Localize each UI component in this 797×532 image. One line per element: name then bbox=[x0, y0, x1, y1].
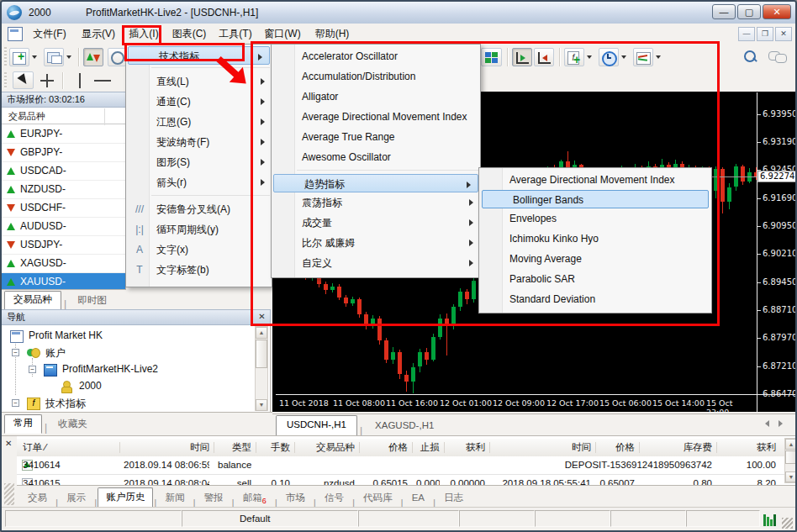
menubar-item-2[interactable]: 显示(V) bbox=[74, 26, 123, 42]
mdi-close-button[interactable]: ✕ bbox=[775, 27, 792, 41]
terminal-column-1[interactable]: 订单 ∕ bbox=[23, 441, 115, 454]
time-scale[interactable]: 11 Oct 201811 Oct 08:0011 Oct 16:0012 Oc… bbox=[276, 395, 757, 412]
tree-expander-icon[interactable]: − bbox=[12, 399, 19, 407]
navigator-tab-2[interactable]: 收藏夹 bbox=[50, 416, 96, 434]
navigator-item-2[interactable]: −账户 bbox=[2, 345, 251, 361]
terminal-column-4[interactable]: 手数 bbox=[260, 441, 290, 454]
mdi-minimize-button[interactable]: — bbox=[738, 27, 755, 41]
market-watch-column-header[interactable]: 交易品种 bbox=[2, 108, 126, 124]
market-watch-row-usdchf[interactable]: USDCHF- bbox=[2, 199, 125, 218]
data-window-button[interactable] bbox=[108, 48, 126, 66]
menubar-item-6[interactable]: 窗口(W) bbox=[257, 26, 308, 42]
terminal-scrollbar[interactable]: ▲ ▼ bbox=[784, 438, 797, 483]
up-arrow-icon bbox=[7, 167, 15, 175]
terminal-table-header[interactable]: 订单 ∕时间类型手数交易品种价格止损获利时间价格库存费获利 bbox=[17, 439, 787, 457]
table-row[interactable]: 34106142018.09.14 08:06:59balanceDEPOSIT… bbox=[17, 456, 787, 475]
panel-grip[interactable] bbox=[4, 483, 14, 505]
scroll-down-icon[interactable]: ▼ bbox=[785, 471, 797, 482]
window-minimize-button[interactable]: — bbox=[712, 4, 736, 19]
navigator-item-1[interactable]: Profit Market HK bbox=[2, 328, 251, 345]
new-chart-button[interactable]: + bbox=[9, 48, 29, 66]
terminal-column-11[interactable]: 库存费 bbox=[643, 441, 712, 454]
menubar-item-5[interactable]: 工具(T) bbox=[214, 26, 257, 42]
symbol-label: USDCAD- bbox=[20, 165, 66, 176]
tab-scroll-right-icon[interactable] bbox=[779, 420, 783, 427]
column-separator[interactable] bbox=[119, 442, 120, 453]
column-separator[interactable] bbox=[412, 442, 413, 453]
market-watch-row-eurjpy[interactable]: EURJPY- bbox=[2, 125, 125, 144]
status-profile[interactable]: Default bbox=[182, 510, 358, 527]
terminal-column-10[interactable]: 价格 bbox=[599, 441, 635, 454]
tree-expander-icon[interactable]: − bbox=[29, 366, 36, 373]
market-watch-row-usdcad[interactable]: USDCAD- bbox=[2, 162, 125, 181]
terminal-column-7[interactable]: 止损 bbox=[416, 441, 440, 454]
column-separator[interactable] bbox=[214, 442, 214, 453]
toolbar-grip[interactable] bbox=[4, 47, 7, 66]
terminal-column-2[interactable]: 时间 bbox=[124, 441, 209, 454]
navigator-scrollbar[interactable]: ▲ ▼ bbox=[255, 326, 268, 411]
terminal-column-9[interactable]: 时间 bbox=[494, 441, 591, 454]
tree-expander-icon[interactable]: − bbox=[12, 349, 19, 356]
time-label: 11 Oct 16:00 bbox=[386, 398, 438, 408]
column-separator[interactable] bbox=[489, 442, 490, 453]
scroll-up-icon[interactable]: ▲ bbox=[256, 327, 267, 339]
terminal-column-5[interactable]: 交易品种 bbox=[298, 441, 355, 454]
mdi-restore-button[interactable]: ❐ bbox=[757, 27, 773, 41]
menubar-item-4[interactable]: 图表(C) bbox=[165, 26, 214, 42]
cell-订单: 3410614 bbox=[23, 460, 115, 470]
navigator-item-5[interactable]: −f技术指标 bbox=[2, 395, 251, 412]
navigator-header[interactable]: 导航 bbox=[2, 309, 271, 325]
cursor-button[interactable] bbox=[13, 71, 34, 89]
scroll-down-icon[interactable]: ▼ bbox=[256, 399, 267, 411]
profiles-button[interactable] bbox=[44, 48, 64, 66]
market-watch-toggle-button[interactable] bbox=[83, 48, 103, 66]
column-separator[interactable] bbox=[444, 442, 445, 453]
server-icon bbox=[44, 364, 57, 377]
column-separator[interactable] bbox=[716, 442, 717, 453]
market-watch-row-gbpjpy[interactable]: GBPJPY- bbox=[2, 144, 125, 162]
column-separator[interactable] bbox=[359, 442, 360, 453]
new-chart-caret[interactable] bbox=[32, 55, 37, 59]
column-separator[interactable] bbox=[595, 442, 596, 453]
scroll-thumb[interactable] bbox=[256, 340, 267, 368]
market-watch-tab-2[interactable]: 即时图 bbox=[69, 292, 115, 310]
market-watch-row-xagusd[interactable]: XAGUSD- bbox=[2, 255, 125, 273]
tab-scroll-left-icon[interactable] bbox=[765, 420, 769, 427]
column-separator[interactable] bbox=[639, 442, 640, 453]
chart-tab-2[interactable]: XAGUSD-,H1 bbox=[365, 417, 444, 437]
market-watch-tab-1[interactable]: 交易品种 bbox=[4, 291, 61, 310]
vertical-line-button[interactable] bbox=[72, 73, 87, 88]
window-restore-button[interactable]: ▢ bbox=[737, 4, 761, 19]
column-separator[interactable] bbox=[256, 442, 256, 453]
menubar-item-1[interactable]: 文件(F) bbox=[25, 26, 74, 42]
menubar-item-7[interactable]: 帮助(H) bbox=[308, 26, 356, 42]
price-label: 6.87970 bbox=[763, 333, 797, 342]
horizontal-line-button[interactable] bbox=[94, 73, 111, 88]
terminal-column-12[interactable]: 获利 bbox=[720, 441, 776, 454]
price-tick bbox=[757, 114, 761, 115]
profiles-caret[interactable] bbox=[66, 55, 71, 59]
navigator-item-4[interactable]: 2000 bbox=[2, 378, 251, 395]
market-watch-header[interactable]: 市场报价: 03:02:16 bbox=[2, 92, 126, 108]
navigator-item-3[interactable]: −ProfitMarketHK-Live2 bbox=[2, 361, 251, 378]
scroll-up-icon[interactable]: ▲ bbox=[785, 439, 797, 450]
market-watch-row-usdjpy[interactable]: USDJPY- bbox=[2, 236, 125, 255]
symbol-label: GBPJPY- bbox=[20, 146, 62, 158]
terminal-column-3[interactable]: 类型 bbox=[218, 441, 251, 454]
terminal-column-8[interactable]: 获利 bbox=[448, 441, 485, 454]
terminal-column-6[interactable]: 价格 bbox=[363, 441, 408, 454]
chat-button[interactable] bbox=[768, 50, 787, 64]
window-close-button[interactable]: ✕ bbox=[763, 4, 791, 19]
indicators-icon: f bbox=[27, 398, 40, 410]
market-watch-row-audusd[interactable]: AUDUSD- bbox=[2, 218, 125, 236]
resize-grip[interactable] bbox=[782, 518, 793, 529]
search-button[interactable] bbox=[743, 50, 758, 65]
column-separator[interactable] bbox=[294, 442, 295, 453]
terminal-close-icon[interactable]: ✕ bbox=[5, 439, 12, 448]
scroll-thumb[interactable] bbox=[785, 450, 797, 464]
chart-tab-1[interactable]: USDCNH-,H1 bbox=[276, 415, 357, 437]
crosshair-button[interactable] bbox=[40, 74, 54, 87]
navigator-tab-1[interactable]: 常用 bbox=[4, 414, 42, 434]
price-scale[interactable]: 6.939506.931906.924506.916906.909506.902… bbox=[757, 92, 795, 412]
market-watch-row-nzdusd[interactable]: NZDUSD- bbox=[2, 181, 125, 199]
